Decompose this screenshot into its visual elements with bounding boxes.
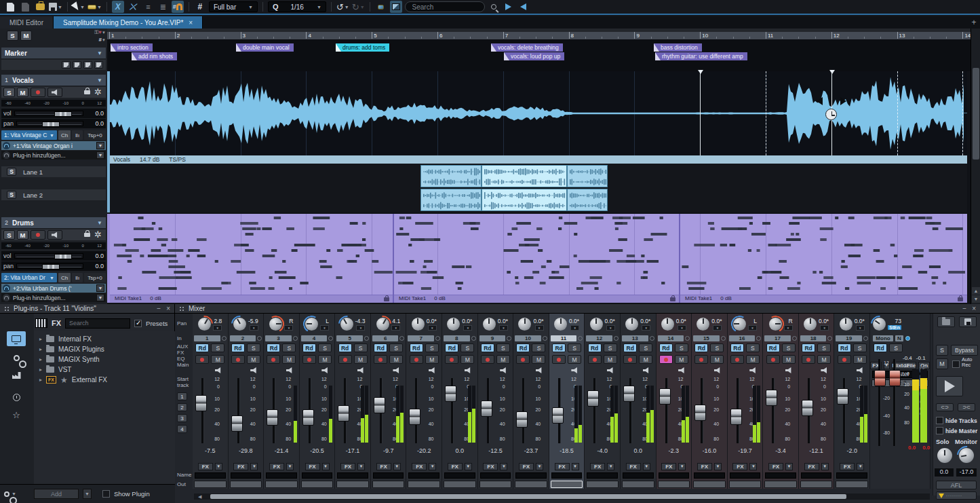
instruments-icon[interactable] — [35, 318, 47, 328]
pan-options-icon[interactable]: ♥ — [391, 325, 400, 331]
pan-knob[interactable] — [697, 318, 709, 331]
channel-number[interactable]: 8 — [444, 335, 470, 341]
channel-phase-icon[interactable] — [399, 336, 404, 341]
fx-button[interactable]: FX — [626, 463, 641, 470]
speaker-icon[interactable] — [357, 367, 365, 373]
pan-knob[interactable] — [447, 318, 460, 331]
channel-name-box[interactable] — [801, 472, 832, 479]
pan-knob[interactable] — [733, 318, 746, 331]
fader-handle[interactable] — [338, 405, 349, 422]
fx-dropdown-icon[interactable]: ▼ — [393, 463, 401, 470]
new-project-icon[interactable] — [4, 1, 16, 13]
track-lock-icon[interactable] — [84, 233, 90, 237]
volume-slider[interactable] — [14, 111, 83, 116]
speaker-icon[interactable] — [571, 367, 579, 373]
plugin-monitor-icon[interactable] — [3, 142, 10, 149]
fx-dropdown-icon[interactable]: ▼ — [357, 463, 365, 470]
channel-number[interactable]: 7 — [408, 335, 434, 341]
track-plugin-row[interactable]: +2:Vita Urban Drums ('▼ — [1, 284, 106, 293]
read-automation-button[interactable]: Rd — [516, 343, 530, 352]
channel-number[interactable]: 6 — [372, 335, 399, 341]
mute-button[interactable]: M — [532, 355, 545, 364]
pan-slider-handle[interactable] — [42, 264, 60, 269]
speaker-icon[interactable] — [321, 367, 329, 373]
mono-button[interactable]: Mono — [873, 335, 893, 341]
track-header-drums[interactable]: 2Drums▼ — [1, 217, 106, 228]
pan-options-icon[interactable]: ♥ — [535, 325, 544, 331]
channel-phase-icon[interactable] — [863, 336, 868, 341]
fader-handle[interactable] — [409, 409, 420, 425]
fx-button[interactable]: FX — [412, 463, 427, 470]
fx-dropdown-icon[interactable]: ▼ — [286, 463, 294, 470]
speaker-icon[interactable] — [857, 367, 864, 373]
channel-phase-icon[interactable] — [650, 336, 654, 341]
mute-button[interactable]: M — [211, 355, 224, 364]
record-button[interactable] — [766, 355, 780, 364]
pan-knob[interactable] — [198, 318, 211, 331]
global-mute-button[interactable]: M — [20, 31, 32, 41]
take-object[interactable] — [420, 165, 482, 187]
tree-expand-icon[interactable]: ▸ — [39, 377, 42, 383]
solo-button[interactable]: S — [496, 343, 510, 352]
hscroll-left-icon[interactable]: ◀ — [198, 494, 201, 500]
speaker-icon[interactable] — [500, 367, 507, 373]
record-button[interactable] — [374, 355, 387, 364]
plugins-panel-titlebar[interactable]: Plug-ins - Track 11 "Violins" − × — [0, 304, 174, 314]
channel-name-box[interactable] — [337, 472, 368, 479]
fx-button[interactable]: FX — [804, 463, 819, 470]
master-fader-handle[interactable] — [889, 370, 901, 386]
channel-name-box[interactable] — [836, 472, 867, 479]
pan-knob[interactable] — [840, 318, 852, 331]
pan-knob[interactable] — [412, 318, 425, 331]
pan-options-icon[interactable]: ♥ — [784, 325, 793, 331]
lane-row-1[interactable]: SLane 1 — [1, 166, 106, 177]
take-object[interactable] — [420, 189, 482, 211]
effects-icon[interactable]: FX — [52, 319, 61, 327]
solo-button[interactable]: S — [425, 343, 439, 352]
record-button[interactable] — [730, 355, 744, 364]
mute-button[interactable]: M — [282, 355, 296, 364]
channel-out-button[interactable] — [444, 481, 476, 488]
fx-button[interactable]: FX — [269, 463, 284, 470]
marker-set-icon[interactable] — [62, 61, 71, 69]
marker-cd-icon[interactable] — [83, 61, 92, 69]
auto-rec-checkbox[interactable] — [952, 360, 960, 368]
play-button[interactable] — [936, 376, 963, 396]
scroll-down-icon[interactable]: ▼ — [972, 295, 980, 303]
factory-category-icon[interactable] — [7, 368, 26, 383]
marker-flag[interactable]: add rim shots — [132, 52, 177, 60]
minimize-icon[interactable]: − — [157, 305, 161, 312]
fader-handle[interactable] — [694, 405, 706, 421]
read-automation-button[interactable]: Rd — [231, 343, 245, 352]
track-record-button[interactable] — [31, 230, 45, 240]
tab-plus-button[interactable]: + — [968, 16, 980, 29]
channel-name-box[interactable] — [587, 472, 618, 479]
solo-button[interactable]: S — [532, 343, 545, 352]
quantize-select[interactable]: Q1/16▼ — [268, 1, 326, 12]
marker-flag[interactable]: bass distortion — [654, 43, 702, 52]
plugin-settings-icon[interactable]: ▼ — [4, 491, 16, 497]
fx-button[interactable]: FX — [483, 463, 498, 470]
channel-phase-icon[interactable] — [507, 336, 511, 341]
speaker-icon[interactable] — [678, 367, 686, 373]
read-automation-button[interactable]: Rd — [838, 343, 851, 352]
timeline-ruler[interactable]: 1234567891011121314 — [107, 29, 971, 39]
channel-button[interactable]: Ch — [58, 130, 71, 140]
channel-phase-icon[interactable] — [756, 336, 761, 341]
mixer-setup-folder-icon[interactable] — [937, 316, 955, 327]
tab-inactive-0[interactable]: MIDI Editor — [0, 16, 54, 29]
pan-options-icon[interactable]: ♥ — [356, 325, 365, 331]
redo-icon[interactable]: ↻▼ — [352, 1, 365, 13]
channel-phase-icon[interactable] — [578, 336, 583, 341]
search-prev-icon[interactable] — [517, 1, 530, 13]
pan-knob[interactable] — [305, 318, 318, 331]
solo-button[interactable]: S — [746, 343, 760, 352]
add-plugin-dropdown-icon[interactable]: ▼ — [96, 151, 104, 159]
pan-options-icon[interactable]: ♥ — [820, 325, 829, 331]
solo-button[interactable]: S — [782, 343, 796, 352]
draw-tool-icon[interactable]: ▼ — [87, 1, 102, 13]
fader-handle[interactable] — [766, 390, 777, 406]
channel-name-box[interactable] — [195, 472, 226, 479]
marker-flag[interactable]: double main vocal — [236, 43, 294, 52]
undo-icon[interactable]: ↺▼ — [336, 1, 349, 13]
